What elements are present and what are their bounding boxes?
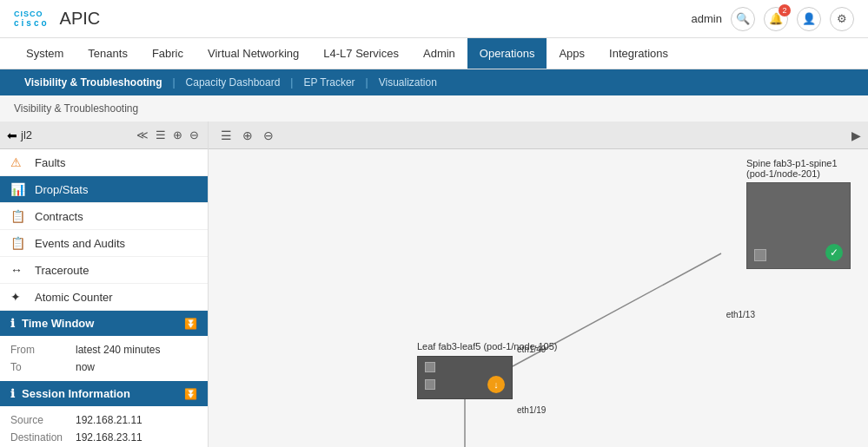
notifications-icon-button[interactable]: 🔔 2 bbox=[764, 7, 788, 31]
subnav-visibility[interactable]: Visibility & Troubleshooting bbox=[14, 69, 172, 95]
to-label: To bbox=[10, 361, 76, 373]
cisco-logo: CISCO cisco bbox=[14, 10, 50, 28]
drop-stats-label: Drop/Stats bbox=[35, 183, 88, 196]
from-value: latest 240 minutes bbox=[76, 344, 160, 356]
traceroute-label: Traceroute bbox=[35, 264, 89, 277]
nav-operations[interactable]: Operations bbox=[467, 38, 547, 69]
events-icon: 📋 bbox=[10, 236, 28, 250]
canvas-toggle-icon[interactable]: ▶ bbox=[851, 128, 861, 142]
atomic-counter-icon: ✦ bbox=[10, 290, 28, 304]
leaf-box: ↓ bbox=[417, 356, 513, 399]
top-header: CISCO cisco APIC admin 🔍 🔔 2 👤 ⚙ bbox=[0, 0, 868, 38]
nav-virtual-networking[interactable]: Virtual Networking bbox=[195, 38, 311, 69]
zoom-in-icon[interactable]: ⊕ bbox=[171, 127, 184, 143]
canvas-area: ☰ ⊕ ⊖ ▶ eth1/49 eth1/19 eth1/13 Spine fa… bbox=[209, 122, 868, 447]
network-diagram: eth1/49 eth1/19 eth1/13 Spine fab3-p1-sp… bbox=[209, 149, 868, 447]
nav-admin[interactable]: Admin bbox=[411, 38, 467, 69]
sub-nav: Visibility & Troubleshooting | Capacity … bbox=[0, 69, 868, 95]
session-info-title: Session Information bbox=[22, 387, 130, 400]
header-icons: admin 🔍 🔔 2 👤 ⚙ bbox=[692, 7, 854, 31]
leaf-port-row-1 bbox=[425, 362, 505, 372]
destination-row: Destination 192.168.23.11 bbox=[10, 429, 197, 446]
spine-port bbox=[754, 249, 766, 261]
nav-apps[interactable]: Apps bbox=[547, 38, 597, 69]
leaf-label: Leaf fab3-leaf5 (pod-1/node-105) bbox=[417, 340, 557, 352]
sidebar-title: jl2 bbox=[21, 128, 135, 141]
cisco-full: cisco bbox=[14, 18, 50, 28]
time-window-from-row: From latest 240 minutes bbox=[10, 341, 197, 358]
time-window-section-header[interactable]: ℹ Time Window ⏬ bbox=[0, 311, 208, 336]
nav-menu: System Tenants Fabric Virtual Networking… bbox=[0, 38, 868, 69]
source-row: Source 192.168.21.11 bbox=[10, 411, 197, 429]
traceroute-icon: ↔ bbox=[10, 263, 28, 277]
sidebar: ⬅ jl2 ≪ ☰ ⊕ ⊖ ⚠ Faults 📊 Drop/Stats 📋 Co… bbox=[0, 122, 209, 447]
spine-check-icon: ✓ bbox=[825, 244, 843, 261]
time-window-to-row: To now bbox=[10, 358, 197, 376]
session-info-collapse-icon: ⏬ bbox=[184, 388, 197, 400]
sidebar-item-contracts[interactable]: 📋 Contracts bbox=[0, 203, 208, 230]
subnav-capacity[interactable]: Capacity Dashboard bbox=[176, 69, 291, 95]
list-icon[interactable]: ☰ bbox=[154, 127, 168, 143]
source-label: Source bbox=[10, 414, 76, 426]
canvas-toolbar: ☰ ⊕ ⊖ ▶ bbox=[209, 122, 868, 149]
contracts-label: Contracts bbox=[35, 210, 83, 223]
leaf-port-row-2: ↓ bbox=[425, 376, 505, 393]
spine-label: Spine fab3-p1-spine1 (pod-1/node-201) bbox=[746, 158, 859, 179]
main-content: ⬅ jl2 ≪ ☰ ⊕ ⊖ ⚠ Faults 📊 Drop/Stats 📋 Co… bbox=[0, 122, 868, 447]
leaf-port-2 bbox=[425, 379, 435, 390]
time-window-title: Time Window bbox=[22, 317, 94, 330]
sidebar-item-events-audits[interactable]: 📋 Events and Audits bbox=[0, 230, 208, 257]
nav-fabric[interactable]: Fabric bbox=[140, 38, 195, 69]
sidebar-item-faults[interactable]: ⚠ Faults bbox=[0, 149, 208, 176]
breadcrumb: Visibility & Troubleshooting bbox=[0, 95, 868, 122]
drop-stats-icon: 📊 bbox=[10, 182, 28, 196]
spine-node: Spine fab3-p1-spine1 (pod-1/node-201) ✓ bbox=[746, 158, 859, 269]
from-label: From bbox=[10, 344, 76, 356]
events-label: Events and Audits bbox=[35, 237, 125, 250]
notifications-badge: 2 bbox=[779, 4, 791, 16]
spine-box: ✓ bbox=[746, 182, 851, 269]
eth19-label: eth1/19 bbox=[517, 405, 546, 415]
canvas-list-icon[interactable]: ☰ bbox=[215, 127, 237, 144]
nav-system[interactable]: System bbox=[14, 38, 76, 69]
sidebar-item-traceroute[interactable]: ↔ Traceroute bbox=[0, 257, 208, 284]
apic-title: APIC bbox=[60, 9, 101, 29]
contracts-icon: 📋 bbox=[10, 209, 28, 223]
user-icon-button[interactable]: 👤 bbox=[797, 7, 821, 31]
source-value: 192.168.21.11 bbox=[76, 414, 142, 426]
collapse-left-icon[interactable]: ≪ bbox=[135, 127, 150, 143]
canvas-zoom-out-icon[interactable]: ⊖ bbox=[258, 127, 279, 144]
to-value: now bbox=[76, 361, 95, 373]
cisco-abbr: CISCO bbox=[14, 10, 50, 18]
session-info-icon: ℹ bbox=[10, 387, 15, 400]
atomic-counter-label: Atomic Counter bbox=[35, 291, 113, 304]
eth13-label: eth1/13 bbox=[726, 310, 755, 319]
leaf-node: Leaf fab3-leaf5 (pod-1/node-105) ↓ bbox=[417, 340, 557, 399]
subnav-visualization[interactable]: Visualization bbox=[368, 69, 447, 95]
destination-label: Destination bbox=[10, 431, 76, 444]
sidebar-item-drop-stats[interactable]: 📊 Drop/Stats bbox=[0, 176, 208, 203]
time-window-collapse-icon: ⏬ bbox=[184, 318, 197, 330]
sidebar-header: ⬅ jl2 ≪ ☰ ⊕ ⊖ bbox=[0, 122, 208, 149]
faults-icon: ⚠ bbox=[10, 155, 28, 169]
time-window-content: From latest 240 minutes To now bbox=[0, 336, 208, 381]
sidebar-item-atomic-counter[interactable]: ✦ Atomic Counter bbox=[0, 284, 208, 311]
nav-integrations[interactable]: Integrations bbox=[597, 38, 680, 69]
leaf-port-1 bbox=[425, 362, 435, 372]
settings-icon-button[interactable]: ⚙ bbox=[830, 7, 854, 31]
leaf-warning-icon: ↓ bbox=[487, 376, 505, 393]
nav-l4l7[interactable]: L4-L7 Services bbox=[311, 38, 411, 69]
zoom-out-icon[interactable]: ⊖ bbox=[188, 127, 201, 143]
session-info-section-header[interactable]: ℹ Session Information ⏬ bbox=[0, 381, 208, 406]
subnav-ep-tracker[interactable]: EP Tracker bbox=[293, 69, 365, 95]
faults-label: Faults bbox=[35, 156, 65, 169]
sidebar-toolbar: ≪ ☰ ⊕ ⊖ bbox=[135, 127, 201, 143]
session-info-content: Source 192.168.21.11 Destination 192.168… bbox=[0, 406, 208, 447]
canvas-zoom-fit-icon[interactable]: ⊕ bbox=[237, 127, 258, 144]
nav-tenants[interactable]: Tenants bbox=[76, 38, 140, 69]
time-window-info-icon: ℹ bbox=[10, 317, 15, 330]
destination-value: 192.168.23.11 bbox=[76, 431, 142, 444]
search-icon-button[interactable]: 🔍 bbox=[731, 7, 755, 31]
admin-label: admin bbox=[692, 12, 722, 25]
